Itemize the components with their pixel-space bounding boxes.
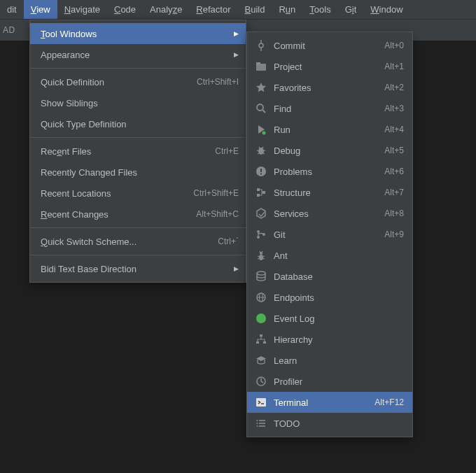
- tool-window-terminal[interactable]: TerminalAlt+F12: [247, 392, 412, 413]
- menu-view[interactable]: View: [24, 0, 57, 19]
- tool-item-label: Favorites: [274, 83, 376, 93]
- view-menu-item[interactable]: Tool Windows▶: [30, 23, 246, 44]
- git-icon: [254, 229, 268, 240]
- tool-window-debug[interactable]: DebugAlt+5: [247, 140, 412, 161]
- menu-refactor[interactable]: Refactor: [189, 0, 237, 19]
- view-menu-item[interactable]: Recent ChangesAlt+Shift+C: [30, 204, 246, 225]
- tool-window-commit[interactable]: CommitAlt+0: [247, 35, 412, 56]
- menu-git[interactable]: Git: [338, 0, 364, 19]
- view-menu-item[interactable]: Recent LocationsCtrl+Shift+E: [30, 183, 246, 204]
- problems-icon: [254, 166, 268, 177]
- tool-window-learn[interactable]: Learn: [247, 350, 412, 371]
- tool-window-find[interactable]: FindAlt+3: [247, 98, 412, 119]
- menu-navigate[interactable]: Navigate: [57, 0, 107, 19]
- menu-item-label: Quick Definition: [41, 77, 183, 87]
- todo-icon: [254, 418, 268, 429]
- menu-window[interactable]: Window: [363, 0, 410, 19]
- debug-icon: [254, 145, 268, 156]
- menu-build[interactable]: Build: [238, 0, 272, 19]
- menu-label: Run: [279, 4, 295, 15]
- menu-item-label: Tool Windows: [41, 29, 227, 39]
- services-icon: [254, 208, 268, 219]
- menu-label: Git: [345, 4, 357, 15]
- tool-item-label: Learn: [274, 355, 404, 366]
- tool-item-label: Problems: [274, 167, 376, 177]
- tool-item-label: Terminal: [274, 397, 366, 408]
- tool-window-database[interactable]: Database: [247, 266, 412, 287]
- menu-shortcut: Ctrl+E: [215, 146, 239, 156]
- tool-shortcut: Alt+4: [384, 125, 404, 134]
- menu-separator: [30, 255, 246, 255]
- endpoints-icon: [254, 292, 268, 303]
- find-icon: [254, 103, 268, 114]
- tool-item-label: Project: [274, 62, 376, 72]
- menu-run[interactable]: Run: [272, 0, 302, 19]
- view-menu-item[interactable]: Recent FilesCtrl+E: [30, 141, 246, 162]
- tool-window-hierarchy[interactable]: Hierarchy: [247, 329, 412, 350]
- tool-item-label: Debug: [274, 146, 376, 156]
- view-menu-item[interactable]: Bidi Text Base Direction▶: [30, 258, 246, 279]
- menu-tools[interactable]: Tools: [302, 0, 337, 19]
- menu-item-label: Bidi Text Base Direction: [41, 264, 227, 274]
- tool-shortcut: Alt+6: [384, 167, 404, 176]
- menu-code[interactable]: Code: [107, 0, 143, 19]
- menu-edit[interactable]: dit: [0, 0, 24, 19]
- tool-item-label: Commit: [274, 41, 376, 51]
- view-menu-item[interactable]: Show Siblings: [30, 92, 246, 113]
- learn-icon: [254, 355, 268, 366]
- menu-shortcut: Ctrl+Shift+I: [197, 77, 239, 87]
- menu-item-label: Recent Files: [41, 146, 201, 157]
- view-menu-item[interactable]: Appearance▶: [30, 44, 246, 65]
- tool-item-label: Profiler: [274, 376, 404, 387]
- tool-window-profiler[interactable]: Profiler: [247, 371, 412, 392]
- project-icon: [254, 61, 268, 72]
- tool-window-run[interactable]: RunAlt+4: [247, 119, 412, 140]
- database-icon: [254, 271, 268, 282]
- tool-shortcut: Alt+2: [384, 83, 404, 92]
- view-menu-item[interactable]: Quick Switch Scheme...Ctrl+`: [30, 231, 246, 252]
- tool-item-label: TODO: [274, 418, 404, 429]
- menu-label: View: [31, 4, 50, 15]
- tool-window-event-log[interactable]: Event Log: [247, 308, 412, 329]
- ant-icon: [254, 250, 268, 261]
- tool-shortcut: Alt+7: [384, 188, 404, 197]
- menu-label: Code: [114, 4, 136, 15]
- tool-windows-dropdown: CommitAlt+0ProjectAlt+1FavoritesAlt+2Fin…: [246, 31, 413, 437]
- menu-separator: [30, 137, 246, 138]
- tool-shortcut: Alt+9: [384, 230, 404, 239]
- tool-window-services[interactable]: ServicesAlt+8: [247, 203, 412, 224]
- tool-shortcut: Alt+8: [384, 209, 404, 218]
- tool-window-todo[interactable]: TODO: [247, 413, 412, 434]
- tool-window-ant[interactable]: Ant: [247, 245, 412, 266]
- tool-window-endpoints[interactable]: Endpoints: [247, 287, 412, 308]
- tool-item-label: Hierarchy: [274, 334, 404, 345]
- view-menu-item[interactable]: Quick DefinitionCtrl+Shift+I: [30, 71, 246, 92]
- commit-icon: [254, 40, 268, 51]
- menu-label: Tools: [309, 4, 330, 15]
- view-menu-item[interactable]: Recently Changed Files: [30, 162, 246, 183]
- menu-item-label: Quick Switch Scheme...: [41, 236, 204, 247]
- toolbar-text: AD: [3, 25, 15, 35]
- tool-item-label: Event Log: [274, 313, 404, 324]
- menu-label: Build: [245, 4, 265, 15]
- tool-window-problems[interactable]: ProblemsAlt+6: [247, 161, 412, 182]
- menu-analyze[interactable]: Analyze: [143, 0, 189, 19]
- tool-item-label: Database: [274, 271, 404, 282]
- tool-window-favorites[interactable]: FavoritesAlt+2: [247, 77, 412, 98]
- menu-label: Refactor: [196, 4, 230, 15]
- view-menu-item[interactable]: Quick Type Definition: [30, 113, 246, 134]
- tool-window-git[interactable]: GitAlt+9: [247, 224, 412, 245]
- terminal-icon: [254, 397, 268, 408]
- menu-label: Window: [370, 4, 402, 15]
- menu-separator: [30, 227, 246, 228]
- tool-item-label: Find: [274, 104, 376, 114]
- menu-item-label: Recent Locations: [41, 188, 179, 199]
- menu-shortcut: Alt+Shift+C: [196, 209, 239, 219]
- menu-item-label: Quick Type Definition: [41, 119, 239, 129]
- tool-window-project[interactable]: ProjectAlt+1: [247, 56, 412, 77]
- tool-shortcut: Alt+5: [384, 146, 404, 155]
- structure-icon: [254, 187, 268, 198]
- tool-window-structure[interactable]: StructureAlt+7: [247, 182, 412, 203]
- tool-shortcut: Alt+1: [384, 62, 404, 71]
- tool-item-label: Structure: [274, 188, 376, 198]
